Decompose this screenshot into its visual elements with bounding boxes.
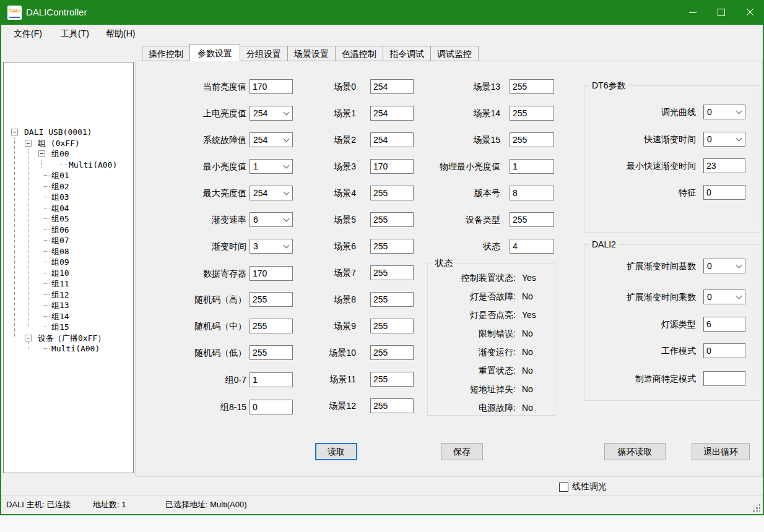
device-tree[interactable]: DALI USB(0001) 组 (0xFF) 组00 Multi(A00) 组…: [3, 62, 134, 473]
field-label: 当前亮度值: [155, 79, 246, 94]
min-fast-fade-time-input[interactable]: [703, 158, 745, 173]
group0-7-input[interactable]: [250, 372, 293, 387]
tree-item-group08[interactable]: 组08: [51, 246, 69, 257]
tree-item-group05[interactable]: 组05: [51, 213, 69, 225]
field-label: 特征: [581, 185, 696, 200]
read-button[interactable]: 读取: [315, 443, 357, 460]
minimize-icon: [689, 12, 697, 13]
tab-strip: 操作控制 参数设置 分组设置 场景设置 色温控制 指令调试 调试监控: [142, 44, 478, 61]
random-code-high-input[interactable]: [250, 292, 293, 307]
scene-14-input[interactable]: [510, 106, 554, 121]
scene-9-input[interactable]: [370, 319, 414, 333]
tree-item-multi-a00[interactable]: Multi(A00): [69, 160, 117, 171]
data-register-input[interactable]: [250, 266, 293, 281]
minimize-button[interactable]: [679, 0, 707, 25]
scene-11-input[interactable]: [370, 372, 414, 387]
scene-7-input[interactable]: [370, 265, 414, 280]
tree-item-group02[interactable]: 组02: [51, 181, 69, 192]
tree-item-group-root[interactable]: 组 (0xFF): [38, 138, 80, 149]
features-input[interactable]: [703, 185, 745, 200]
tree-item-group15[interactable]: 组15: [51, 322, 69, 333]
tree-item-group11[interactable]: 组11: [51, 278, 69, 290]
status-value: No: [522, 380, 550, 398]
current-level-input[interactable]: [250, 79, 293, 94]
tree-item-group07[interactable]: 组07: [51, 235, 69, 246]
light-source-type-input[interactable]: [703, 317, 745, 332]
tree-item-group00[interactable]: 组00: [51, 148, 69, 160]
physical-min-level-input[interactable]: [510, 159, 554, 174]
status-label: 渐变运行:: [433, 343, 516, 361]
tree-item-group12[interactable]: 组12: [51, 290, 69, 301]
tree-collapse-icon[interactable]: [38, 150, 45, 157]
status-value: No: [522, 287, 550, 306]
fade-rate-select[interactable]: 6: [250, 212, 293, 227]
scene-15-input[interactable]: [510, 132, 554, 147]
tree-item-group13[interactable]: 组13: [51, 300, 69, 311]
loop-read-button[interactable]: 循环读取: [604, 443, 666, 460]
random-code-low-input[interactable]: [250, 345, 293, 360]
scene-8-input[interactable]: [370, 292, 414, 307]
group8-15-input[interactable]: [250, 400, 293, 414]
chevron-down-icon: [736, 108, 742, 114]
tab-group-settings[interactable]: 分组设置: [240, 46, 288, 61]
menu-help[interactable]: 帮助(H): [102, 25, 139, 42]
dim-curve-select[interactable]: 0: [703, 105, 745, 119]
maximize-button[interactable]: [707, 0, 736, 25]
tab-scene-settings[interactable]: 场景设置: [287, 46, 336, 61]
linear-dimming-checkbox[interactable]: 线性调光: [559, 481, 607, 492]
tree-item-group04[interactable]: 组04: [51, 203, 69, 214]
menu-file[interactable]: 文件(F): [10, 25, 46, 42]
ext-fade-time-mult-select[interactable]: 0: [703, 290, 745, 304]
tab-parameter-settings[interactable]: 参数设置: [189, 44, 240, 61]
menu-tools[interactable]: 工具(T): [57, 25, 93, 42]
chevron-down-icon: [284, 109, 290, 116]
chevron-down-icon: [284, 216, 290, 222]
save-button[interactable]: 保存: [441, 443, 483, 460]
status-input[interactable]: [510, 239, 554, 254]
tree-item-group10[interactable]: 组10: [51, 268, 69, 279]
tree-item-device-broadcast[interactable]: 设备（广播0xFF）: [38, 333, 105, 344]
tab-debug-monitor[interactable]: 调试监控: [430, 46, 479, 61]
field-label: 工作模式: [581, 343, 696, 358]
tree-collapse-icon[interactable]: [11, 129, 18, 135]
tree-item-group09[interactable]: 组09: [51, 257, 69, 268]
operating-mode-input[interactable]: [703, 343, 745, 358]
status-value: No: [522, 361, 550, 380]
field-label: 快速渐变时间: [581, 132, 696, 147]
close-button[interactable]: [736, 0, 764, 25]
power-on-level-select[interactable]: 254: [250, 106, 293, 121]
tree-collapse-icon[interactable]: [25, 335, 32, 341]
tree-item-group14[interactable]: 组14: [51, 311, 69, 322]
selected-address: 已选择地址: Multi(A00): [165, 496, 246, 514]
address-count: 地址数: 1: [93, 496, 126, 514]
field-label: 场景5: [290, 212, 356, 227]
tree-collapse-icon[interactable]: [25, 140, 32, 147]
group-title: 状态: [433, 257, 455, 268]
app-logo-icon: DALI: [7, 6, 22, 20]
field-label: 随机码（高）: [155, 292, 246, 307]
manufacturer-mode-input[interactable]: [703, 371, 745, 386]
exit-loop-button[interactable]: 退出循环: [692, 443, 750, 460]
tree-item-dali-usb[interactable]: DALI USB(0001): [24, 127, 92, 138]
tab-operation-control[interactable]: 操作控制: [142, 46, 190, 61]
device-type-input[interactable]: [510, 212, 554, 227]
tree-item-group06[interactable]: 组06: [51, 225, 69, 236]
tree-item-group01[interactable]: 组01: [51, 170, 69, 181]
field-label: 制造商特定模式: [581, 371, 696, 386]
scene-10-input[interactable]: [370, 345, 414, 360]
tab-command-debug[interactable]: 指令调试: [383, 46, 431, 61]
fast-fade-time-select[interactable]: 0: [703, 132, 745, 147]
ext-fade-time-base-select[interactable]: 0: [703, 259, 745, 273]
version-input[interactable]: [510, 186, 554, 200]
tree-item-multi-a00-2[interactable]: Multi(A00): [51, 343, 100, 354]
scene-13-input[interactable]: [510, 79, 554, 94]
tree-item-group03[interactable]: 组03: [51, 192, 69, 203]
scene-12-input[interactable]: [370, 398, 414, 413]
resize-grip[interactable]: [752, 503, 760, 512]
min-level-select[interactable]: 1: [250, 159, 293, 174]
tab-color-temp-control[interactable]: 色温控制: [335, 46, 383, 61]
fade-time-select[interactable]: 3: [250, 239, 293, 254]
max-level-select[interactable]: 254: [250, 186, 293, 200]
system-failure-level-select[interactable]: 254: [250, 132, 293, 147]
random-code-mid-input[interactable]: [250, 319, 293, 333]
